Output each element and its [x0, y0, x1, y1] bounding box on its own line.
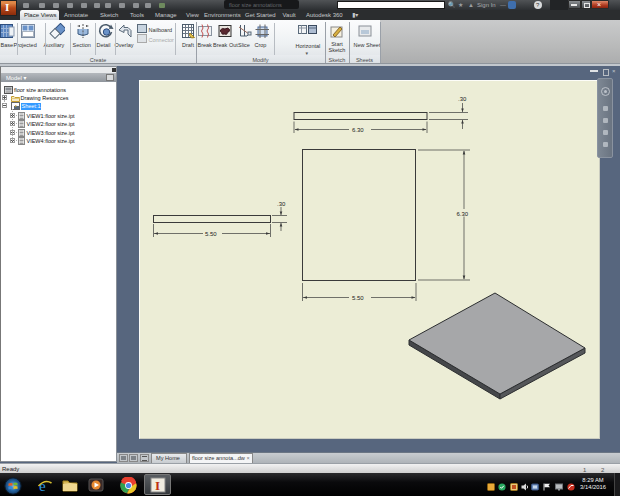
svg-text:5.50: 5.50: [352, 295, 364, 301]
svg-text:6.30: 6.30: [457, 211, 469, 217]
svg-text:I: I: [155, 478, 160, 493]
svg-text:.30: .30: [458, 96, 467, 102]
svg-text:5.50: 5.50: [205, 231, 217, 237]
svg-text:.30: .30: [277, 201, 286, 207]
svg-text:6.30: 6.30: [352, 127, 364, 133]
